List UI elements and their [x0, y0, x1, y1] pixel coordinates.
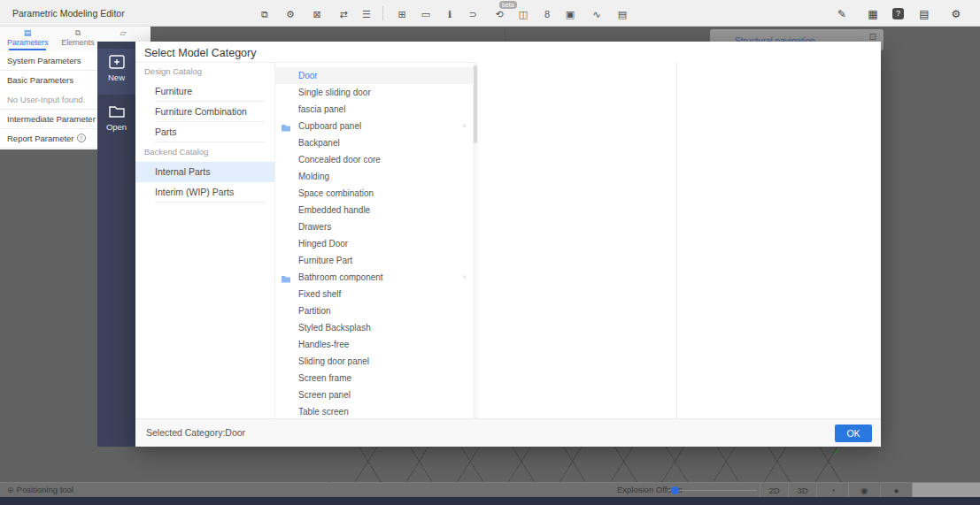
dialog-footer: Selected Category:Door OK [135, 418, 881, 447]
new-button[interactable]: New [97, 49, 135, 95]
model-item[interactable]: Drawers [275, 218, 473, 235]
application-window: Structural navigation ⊡ Parametric Model… [0, 0, 980, 505]
view-3d-button[interactable]: 3D [788, 483, 816, 498]
help-icon[interactable]: ? [892, 8, 904, 19]
selected-category-text: Selected Category:Door [146, 427, 245, 438]
scrollbar-thumb[interactable] [474, 65, 477, 143]
model-item-label: Handles-free [298, 340, 349, 349]
model-item[interactable]: Concealed door core [275, 151, 473, 168]
model-item-label: Bathroom component [298, 272, 383, 282]
ok-button[interactable]: OK [835, 425, 872, 442]
model-item-label: Partition [298, 306, 331, 316]
document-icon[interactable]: ▤ [917, 7, 931, 21]
settings-gear-icon[interactable]: ⚙ [949, 7, 963, 21]
catalog-item-parts[interactable]: Parts [135, 122, 274, 142]
model-item-folder[interactable]: Bathroom component › [275, 269, 473, 286]
catalog-item-label: Furniture [155, 86, 192, 96]
catalog-item-furniture-combination[interactable]: Furniture Combination [135, 102, 274, 122]
param-label: Basic Parameters [7, 75, 73, 85]
model-item[interactable]: Sliding door panel [275, 353, 473, 370]
open-button[interactable]: Open [97, 98, 135, 144]
duplicate-icon[interactable]: ⧉ [258, 7, 272, 21]
app-title: Parametric Modeling Editor [12, 8, 125, 19]
model-item[interactable]: Single sliding door [275, 84, 473, 101]
model-item[interactable]: Hinged Door [275, 235, 473, 252]
model-item-label: Drawers [298, 222, 331, 232]
model-item-folder[interactable]: Cupboard panel › [275, 118, 473, 134]
model-item[interactable]: Partition [275, 302, 473, 319]
model-item-label: fascia panel [298, 104, 345, 114]
model-item[interactable]: Molding [275, 168, 473, 185]
explosion-offsets-slider[interactable] [668, 490, 757, 491]
param-label: System Parameters [7, 56, 81, 65]
dialog-title: Select Model Category [144, 47, 256, 59]
model-item[interactable]: Table screen [275, 403, 473, 418]
model-item[interactable]: Handles-free [275, 336, 473, 353]
param-row-intermediate[interactable]: Intermediate Parameter [0, 110, 97, 129]
list-panel-icon[interactable]: ☰ [359, 7, 374, 21]
new-button-label: New [97, 73, 135, 82]
remove-icon[interactable]: ⊠ [310, 7, 324, 21]
eye-icon[interactable]: ◉ [848, 483, 880, 498]
param-row-basic[interactable]: Basic Parameters [0, 71, 97, 90]
tab-parameters-label: Parameters [7, 38, 48, 48]
param-label: Report Parameter [7, 134, 74, 143]
catalog-item-label: Internal Parts [155, 166, 210, 177]
model-item[interactable]: fascia panel [275, 101, 473, 118]
param-label: Intermediate Parameter [7, 114, 96, 124]
statusbar-corner [912, 483, 980, 498]
folder-tab-icon: ▱ [110, 28, 136, 38]
export-icon[interactable]: ▤ [615, 7, 629, 21]
help-circle-icon[interactable]: ? [77, 134, 86, 142]
comment-icon[interactable]: ▭ [419, 7, 433, 21]
grid-icon[interactable]: ⊞ [395, 7, 409, 21]
tab-parameters[interactable]: ▤ Parameters [7, 27, 48, 51]
swap-icon[interactable]: ⇄ [336, 7, 351, 21]
file-menu-sidebar: New Open [97, 42, 135, 447]
beta-badge: beta [499, 1, 517, 9]
model-item[interactable]: Fixed shelf [275, 286, 473, 302]
model-item[interactable]: Screen frame [275, 370, 473, 386]
model-item[interactable]: Screen panel [275, 386, 473, 403]
catalog-item-interim-wip-parts[interactable]: Interim (WIP) Parts [135, 182, 274, 203]
model-item-door[interactable]: Door [275, 67, 473, 84]
curve-icon[interactable]: ∿ [590, 7, 604, 21]
model-item-label: Screen frame [298, 373, 351, 383]
tab-elements[interactable]: ⧉ Elements [58, 27, 97, 51]
open-button-label: Open [97, 122, 135, 132]
wireframe-diamond-pattern [329, 440, 847, 482]
positioning-tool-status: ⊕Positioning tool [7, 485, 73, 494]
link-icon[interactable]: 8 [540, 7, 554, 21]
model-item-label: Styled Backsplash [298, 323, 371, 333]
model-item[interactable]: Styled Backsplash [275, 319, 473, 336]
view-2d-button[interactable]: 2D [760, 483, 788, 498]
param-row-report[interactable]: Report Parameter? [0, 129, 97, 149]
model-item[interactable]: Space combination [275, 185, 473, 202]
columns-icon[interactable]: ◫ [516, 7, 530, 21]
snapshot-icon[interactable]: ▦ [866, 7, 880, 21]
catalog-item-furniture[interactable]: Furniture [135, 81, 274, 102]
detail-panel-empty [677, 62, 881, 418]
slider-knob[interactable] [671, 486, 679, 494]
model-item[interactable]: Backpanel [275, 134, 473, 151]
param-row-system[interactable]: System Parameters [0, 51, 97, 71]
new-file-icon [108, 54, 126, 70]
clone-icon[interactable]: ▣ [563, 7, 577, 21]
catalog-item-internal-parts[interactable]: Internal Parts [135, 162, 274, 182]
top-toolbar: Parametric Modeling Editor ⧉ ⚙ ⊠ ⇄ ☰ ⊞ ▭… [0, 0, 980, 27]
sync-beta-icon[interactable]: ⟲ [492, 7, 506, 21]
position-pin-icon: ⊕ [7, 486, 14, 494]
model-item-label: Molding [298, 172, 329, 181]
info-icon[interactable]: ℹ [443, 7, 457, 21]
expand-icon[interactable]: ⊡ [869, 32, 876, 42]
model-item[interactable]: Furniture Part [275, 252, 473, 269]
model-item[interactable]: Embedded handle [275, 202, 473, 218]
edit-pencil-icon[interactable]: ✎ [835, 7, 849, 21]
param-row-empty-note: No User-Input found. [0, 90, 97, 110]
component-icon[interactable]: ⚙ [283, 7, 297, 21]
model-item-label: Screen panel [298, 390, 351, 400]
orbit-icon[interactable]: ◔ [816, 483, 848, 498]
row-divider [155, 202, 266, 203]
rotate-icon[interactable]: ⊃ [466, 7, 480, 21]
shade-icon[interactable]: ● [880, 483, 912, 498]
